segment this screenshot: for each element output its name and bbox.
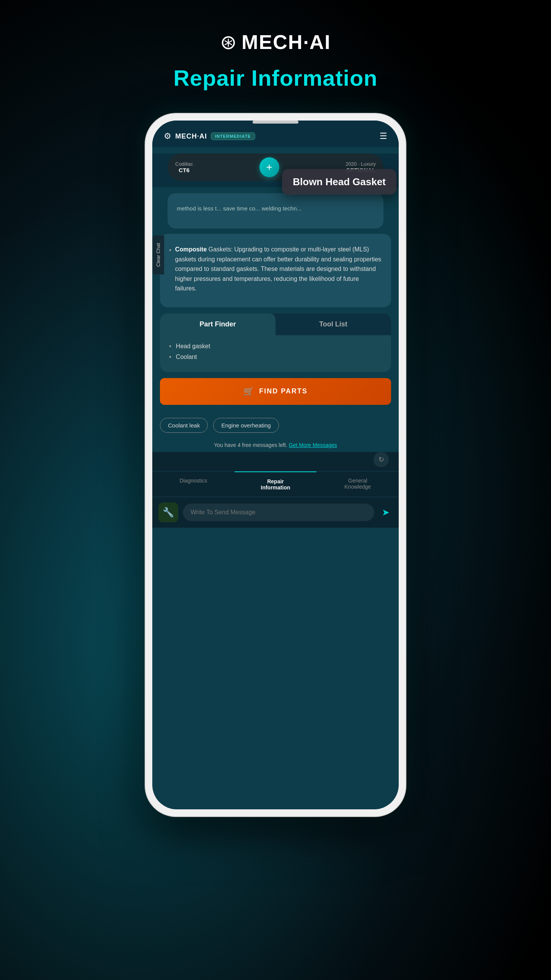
bullet-text: Composite Gaskets: Upgrading to composit… [175,245,382,294]
free-messages-bar: You have 4 free messages left. Get More … [152,438,399,452]
app-logo-icon: ⚙ [164,131,171,141]
add-vehicle-button[interactable]: + [259,157,279,177]
tooltip-text: Blown Head Gasket [293,176,386,188]
menu-icon[interactable]: ☰ [380,131,387,141]
logo-circuit-icon: ⊛ [220,32,237,52]
chat-bubble-main: • Composite Gaskets: Upgrading to compos… [160,234,391,307]
message-input-row: 🔧 ➤ [152,497,399,528]
nav-general-knowledge[interactable]: GeneralKnowledge [316,471,399,497]
tab-part-finder[interactable]: Part Finder [160,313,276,335]
blown-head-gasket-tooltip: Blown Head Gasket [282,169,396,195]
list-item: • Head gasket [169,343,382,350]
gaskets-label: Gaskets: [209,246,235,253]
chip-engine-overheating[interactable]: Engine overheating [213,418,279,433]
nav-diagnostics[interactable]: Diagnostics [152,471,235,497]
free-messages-text: You have 4 free messages left. [214,442,287,448]
find-parts-label: FIND PARTS [259,387,308,395]
level-badge: INTERMEDIATE [211,132,255,140]
vehicle-left: Codillac CT6 [175,161,193,173]
app-logo-name: MECH·AI [175,132,207,140]
part-bullet-2: • [169,354,171,360]
get-more-messages-link[interactable]: Get More Messages [289,442,337,448]
partial-chat-text: method is less t... save time co... weld… [177,204,374,213]
part-list: • Head gasket • Coolant [160,335,391,372]
page-title: Repair Information [173,65,378,91]
tab-tool-list[interactable]: Tool List [276,313,391,335]
app-header: ⚙ MECH·AI INTERMEDIATE ☰ [152,121,399,147]
clear-chat-button[interactable]: Clear Chat [152,235,164,274]
part-bullet-1: • [169,343,171,350]
part-name-2: Coolant [176,354,197,360]
refresh-button[interactable]: ↻ [373,452,389,467]
vehicle-model: CT6 [179,167,189,173]
obd-icon: 🔧 [158,502,178,522]
part-finder-tabs: Part Finder Tool List [160,313,391,335]
list-item: • Coolant [169,354,382,360]
suggestion-chips: Coolant leak Engine overheating [152,413,399,438]
message-input[interactable] [183,504,374,521]
cart-icon: 🛒 [243,386,254,396]
composite-label: Composite [175,246,207,253]
part-name-1: Head gasket [176,343,210,350]
send-button[interactable]: ➤ [379,504,393,521]
chip-coolant-leak[interactable]: Coolant leak [160,418,208,433]
part-finder-section: Part Finder Tool List • Head gasket • Co… [160,313,391,372]
bottom-nav: Diagnostics RepairInformation GeneralKno… [152,471,399,497]
vehicle-make: Codillac [175,161,193,167]
logo: ⊛ MECH·AI [220,31,331,54]
find-parts-button[interactable]: 🛒 FIND PARTS [160,378,391,405]
phone-frame: Clear Chat ⚙ MECH·AI INTERMEDIATE ☰ Codi… [145,114,406,816]
chat-bubble-partial: method is less t... save time co... weld… [168,193,383,228]
nav-repair-information[interactable]: RepairInformation [235,471,317,497]
gaskets-body: Upgrading to composite or multi-layer st… [175,246,381,292]
vehicle-year: 2020 · Luxury [346,161,376,167]
logo-text: MECH·AI [241,31,331,54]
bullet-icon: • [169,245,171,255]
phone-notch [253,121,298,124]
